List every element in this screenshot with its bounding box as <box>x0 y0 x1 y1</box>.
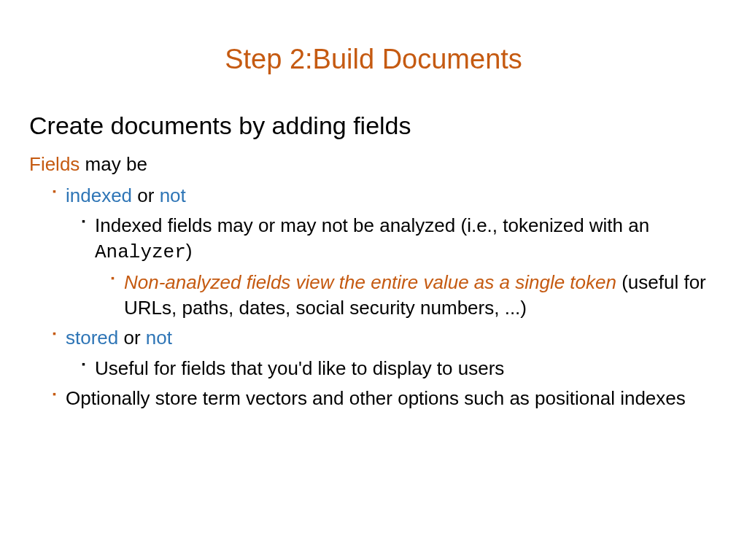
fields-rest: may be <box>80 153 147 175</box>
stored-word: stored <box>66 327 118 349</box>
bullet-term-vectors: Optionally store term vectors and other … <box>66 386 718 411</box>
or-text-1: or <box>132 184 160 206</box>
or-text-2: or <box>118 327 146 349</box>
bullet-indexed: indexed or not <box>66 183 718 209</box>
non-analyzed-italic: Non-analyzed fields view the entire valu… <box>124 271 616 293</box>
analyzer-mono: Analyzer <box>95 241 186 263</box>
bullet-stored: stored or not <box>66 325 718 351</box>
fields-intro: Fields may be <box>29 153 718 176</box>
analyzed-part2: ) <box>186 240 193 262</box>
slide-title: Step 2:Build Documents <box>29 44 718 75</box>
bullet-non-analyzed: Non-analyzed fields view the entire valu… <box>124 270 718 321</box>
analyzed-part1: Indexed fields may or may not be analyze… <box>95 214 649 236</box>
slide-subtitle: Create documents by adding fields <box>29 112 718 140</box>
not-word-2: not <box>146 327 172 349</box>
bullet-analyzed-note: Indexed fields may or may not be analyze… <box>95 213 718 265</box>
bullet-display-users: Useful for fields that you'd like to dis… <box>95 356 718 381</box>
indexed-word: indexed <box>66 184 132 206</box>
fields-word: Fields <box>29 153 80 175</box>
not-word-1: not <box>160 184 186 206</box>
